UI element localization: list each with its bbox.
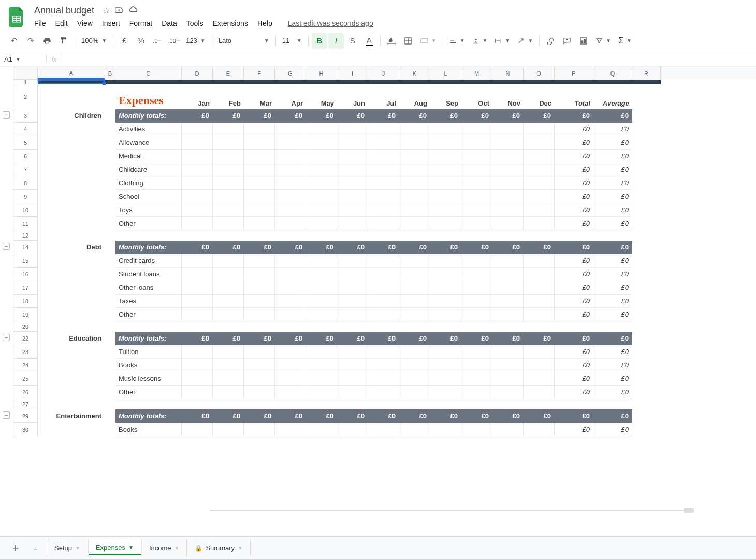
data-cell[interactable] <box>182 217 213 230</box>
namebox-dropdown-icon[interactable]: ▼ <box>16 56 21 62</box>
row-avg[interactable]: £0 <box>593 345 632 359</box>
undo-button[interactable]: ↶ <box>6 33 22 49</box>
link-button[interactable] <box>543 33 558 49</box>
cell[interactable] <box>38 217 105 230</box>
item-Allowance[interactable]: Allowance <box>115 136 182 150</box>
cell[interactable] <box>182 230 213 241</box>
data-cell[interactable] <box>492 423 524 436</box>
data-cell[interactable] <box>524 217 555 230</box>
data-cell[interactable] <box>337 203 368 217</box>
data-cell[interactable] <box>213 123 244 136</box>
select-all-corner[interactable] <box>13 67 38 80</box>
grand-avg[interactable]: £0 <box>593 109 632 123</box>
data-cell[interactable] <box>524 281 555 295</box>
data-cell[interactable] <box>461 295 492 308</box>
cell[interactable] <box>306 321 337 332</box>
row-header-26[interactable]: 26 <box>13 386 38 399</box>
currency-button[interactable]: £ <box>117 33 132 49</box>
cell[interactable] <box>632 230 661 241</box>
total-cell[interactable]: £0 <box>430 241 461 254</box>
cell[interactable] <box>368 321 399 332</box>
data-cell[interactable] <box>306 386 337 399</box>
data-cell[interactable] <box>306 423 337 436</box>
font-select[interactable]: Lato▼ <box>215 34 272 48</box>
row-total[interactable]: £0 <box>555 308 593 321</box>
data-cell[interactable] <box>492 281 524 295</box>
data-cell[interactable] <box>368 217 399 230</box>
col-header-L[interactable]: L <box>430 67 461 80</box>
merge-button[interactable]: ▼ <box>417 34 440 48</box>
category-Entertainment[interactable]: Entertainment <box>38 409 105 423</box>
cell[interactable] <box>593 321 632 332</box>
data-cell[interactable] <box>399 163 430 176</box>
row-total[interactable]: £0 <box>555 136 593 150</box>
row-total[interactable]: £0 <box>555 386 593 399</box>
data-cell[interactable] <box>244 372 275 386</box>
total-cell[interactable]: £0 <box>213 109 244 123</box>
cell[interactable] <box>38 308 105 321</box>
cell[interactable] <box>399 80 430 84</box>
data-cell[interactable] <box>461 150 492 163</box>
data-cell[interactable] <box>430 308 461 321</box>
cell[interactable] <box>632 332 661 345</box>
data-cell[interactable] <box>337 268 368 281</box>
col-header-N[interactable]: N <box>492 67 524 80</box>
data-cell[interactable] <box>244 123 275 136</box>
data-cell[interactable] <box>399 217 430 230</box>
cell[interactable] <box>244 230 275 241</box>
cell[interactable] <box>105 163 115 176</box>
row-header-20[interactable]: 20 <box>13 321 38 332</box>
menu-insert[interactable]: Insert <box>102 19 120 27</box>
item-Student-loans[interactable]: Student loans <box>115 268 182 281</box>
cell[interactable] <box>593 80 632 84</box>
cell[interactable] <box>115 230 182 241</box>
data-cell[interactable] <box>337 176 368 190</box>
cell[interactable] <box>632 123 661 136</box>
data-cell[interactable] <box>430 423 461 436</box>
cell[interactable] <box>105 241 115 254</box>
data-cell[interactable] <box>244 163 275 176</box>
cell[interactable] <box>632 176 661 190</box>
data-cell[interactable] <box>244 136 275 150</box>
data-cell[interactable] <box>492 136 524 150</box>
col-header-A[interactable]: A <box>38 67 105 80</box>
col-header-C[interactable]: C <box>115 67 182 80</box>
row-header-15[interactable]: 15 <box>13 254 38 268</box>
cell[interactable] <box>182 321 213 332</box>
data-cell[interactable] <box>182 190 213 203</box>
data-cell[interactable] <box>430 190 461 203</box>
total-cell[interactable]: £0 <box>244 109 275 123</box>
cell[interactable] <box>632 254 661 268</box>
cell[interactable] <box>430 321 461 332</box>
grand-total[interactable]: £0 <box>555 109 593 123</box>
data-cell[interactable] <box>337 190 368 203</box>
data-cell[interactable] <box>399 136 430 150</box>
data-cell[interactable] <box>213 190 244 203</box>
cell[interactable] <box>105 150 115 163</box>
cell[interactable] <box>632 241 661 254</box>
data-cell[interactable] <box>275 372 306 386</box>
row-total[interactable]: £0 <box>555 190 593 203</box>
row-total[interactable]: £0 <box>555 372 593 386</box>
data-cell[interactable] <box>368 372 399 386</box>
data-cell[interactable] <box>492 190 524 203</box>
data-cell[interactable] <box>182 254 213 268</box>
cell[interactable] <box>105 230 115 241</box>
row-avg[interactable]: £0 <box>593 190 632 203</box>
zoom-select[interactable]: 100%▼ <box>78 34 110 48</box>
data-cell[interactable] <box>337 308 368 321</box>
item-Other-loans[interactable]: Other loans <box>115 281 182 295</box>
cell[interactable] <box>632 372 661 386</box>
item-School[interactable]: School <box>115 190 182 203</box>
tab-dropdown-icon[interactable]: ▼ <box>175 545 180 551</box>
cell[interactable] <box>105 308 115 321</box>
data-cell[interactable] <box>461 372 492 386</box>
data-cell[interactable] <box>461 308 492 321</box>
item-Music-lessons[interactable]: Music lessons <box>115 372 182 386</box>
row-header-29[interactable]: 29 <box>13 409 38 423</box>
data-cell[interactable] <box>244 295 275 308</box>
row-header-11[interactable]: 11 <box>13 217 38 230</box>
data-cell[interactable] <box>182 308 213 321</box>
grand-avg[interactable]: £0 <box>593 241 632 254</box>
redo-button[interactable]: ↷ <box>23 33 38 49</box>
